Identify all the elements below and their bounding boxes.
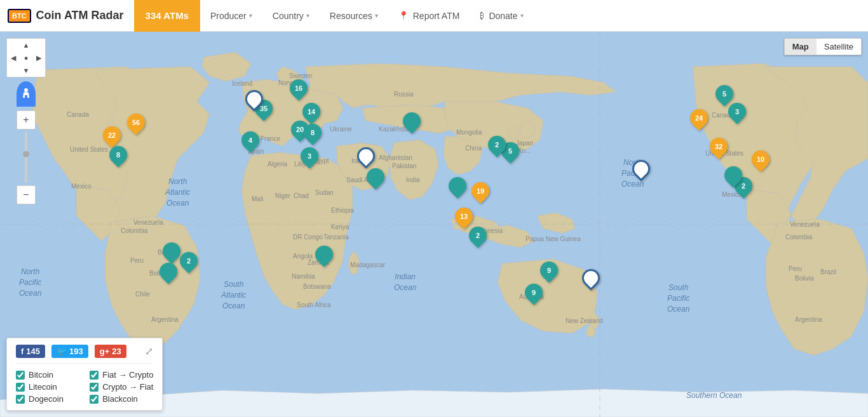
- atm-marker-cambodia[interactable]: 19: [471, 182, 489, 200]
- expand-btn[interactable]: ⤢: [145, 345, 153, 357]
- facebook-btn[interactable]: f 145: [16, 345, 45, 358]
- atm-marker-china1[interactable]: 2: [488, 136, 506, 154]
- atm-marker-thailand[interactable]: [449, 177, 466, 195]
- atm-count-badge[interactable]: 334 ATMs: [134, 0, 200, 32]
- nav-resources[interactable]: Resources ▾: [320, 0, 388, 31]
- atm-marker-germany[interactable]: 14: [302, 103, 320, 121]
- nav-producer[interactable]: Producer ▾: [200, 0, 262, 31]
- legend-checkbox-bitcoin[interactable]: [16, 371, 25, 380]
- logo-area: BTC Coin ATM Radar: [0, 9, 132, 23]
- atm-marker-canada1[interactable]: 5: [715, 85, 733, 103]
- atm-marker-indonesia[interactable]: 2: [469, 227, 487, 244]
- donate-caret: ▾: [520, 12, 524, 19]
- legend-item-fiat-crypto: Fiat → Crypto: [90, 370, 153, 380]
- zoom-in-btn[interactable]: +: [17, 110, 36, 129]
- country-caret: ▾: [306, 12, 309, 19]
- atm-marker-brazil1[interactable]: [163, 242, 180, 260]
- map-controls: ▲ ◀ ● ▶ ▼ + −: [6, 38, 46, 204]
- resources-caret: ▾: [375, 12, 378, 19]
- blank1: [7, 39, 20, 51]
- atm-marker-newzealand[interactable]: [582, 269, 600, 287]
- blank2: [32, 39, 45, 51]
- map-container[interactable]: NorthAtlanticOcean SouthAtlanticOcean In…: [0, 32, 868, 417]
- atm-marker-australia1[interactable]: 9: [540, 261, 558, 279]
- pegman-btn[interactable]: [17, 81, 36, 107]
- pan-right-btn[interactable]: ▶: [32, 51, 45, 64]
- atm-marker-usa_ne[interactable]: 10: [752, 150, 770, 168]
- legend-label-fiat-crypto: Fiat → Crypto: [102, 370, 153, 380]
- atm-marker-usa_se[interactable]: 8: [109, 146, 127, 164]
- atm-marker-ireland[interactable]: [245, 90, 263, 108]
- social-bar: f 145 🐦 193 g+ 23 ⤢: [16, 345, 153, 364]
- blank4: [32, 64, 45, 77]
- legend-checkbox-litecoin[interactable]: [16, 383, 25, 392]
- legend-label-bitcoin: Bitcoin: [29, 370, 53, 380]
- map-type-toggle: Map Satellite: [784, 38, 862, 55]
- legend-item-bitcoin: Bitcoin: [16, 370, 79, 380]
- pan-up-btn[interactable]: ▲: [20, 39, 32, 51]
- atm-marker-canada3[interactable]: 24: [690, 109, 708, 127]
- facebook-icon: f: [21, 347, 24, 356]
- atm-marker-malaysia[interactable]: 13: [455, 208, 473, 225]
- main-nav: Producer ▾ Country ▾ Resources ▾ 📍 Repor…: [200, 0, 868, 31]
- atm-marker-spain[interactable]: 4: [241, 131, 259, 149]
- atm-marker-argentina[interactable]: [159, 263, 177, 281]
- producer-caret: ▾: [249, 12, 252, 19]
- googleplus-btn[interactable]: g+ 23: [95, 345, 126, 358]
- logo-badge: BTC: [8, 9, 31, 23]
- atm-marker-brazil2[interactable]: 2: [180, 252, 198, 270]
- googleplus-count: 23: [112, 347, 121, 356]
- atm-marker-mexico[interactable]: [724, 166, 742, 184]
- atm-marker-uae[interactable]: [367, 168, 384, 186]
- atm-marker-africa1[interactable]: [315, 246, 333, 263]
- site-title: Coin ATM Radar: [36, 9, 124, 22]
- atm-marker-usa_ca[interactable]: 56: [127, 114, 145, 131]
- zoom-handle: [23, 151, 29, 157]
- nav-donate[interactable]: ₿ Donate ▾: [470, 0, 533, 31]
- pan-controls[interactable]: ▲ ◀ ● ▶ ▼: [6, 38, 46, 77]
- atm-marker-usa_w[interactable]: 32: [710, 138, 728, 156]
- location-icon: 📍: [398, 11, 409, 20]
- atm-marker-germany3[interactable]: 8: [304, 124, 322, 142]
- nav-report-atm[interactable]: 📍 Report ATM: [388, 0, 470, 31]
- legend-label-blackcoin: Blackcoin: [102, 394, 138, 404]
- atm-marker-turkey[interactable]: [357, 147, 375, 165]
- legend-checkbox-blackcoin[interactable]: [90, 395, 98, 404]
- legend-item-blackcoin: Blackcoin: [90, 394, 153, 404]
- twitter-icon: 🐦: [57, 347, 67, 356]
- pan-center-btn[interactable]: ●: [20, 51, 32, 64]
- atm-marker-pacific1[interactable]: [632, 160, 650, 178]
- twitter-btn[interactable]: 🐦 193: [51, 345, 88, 358]
- legend-item-dogecoin: Dogecoin: [16, 394, 79, 404]
- svg-point-3: [24, 88, 28, 92]
- atm-marker-canada2[interactable]: 3: [728, 103, 746, 121]
- pan-left-btn[interactable]: ◀: [7, 51, 20, 64]
- legend: BitcoinFiat → CryptoLitecoinCrypto → Fia…: [16, 370, 153, 404]
- map-type-map-btn[interactable]: Map: [785, 39, 817, 55]
- info-panel: f 145 🐦 193 g+ 23 ⤢ BitcoinFiat → Crypto…: [6, 338, 163, 411]
- atm-marker-india[interactable]: [403, 112, 421, 130]
- facebook-count: 145: [26, 347, 40, 356]
- legend-label-dogecoin: Dogecoin: [29, 394, 64, 404]
- zoom-out-btn[interactable]: −: [17, 185, 36, 204]
- atm-marker-italy[interactable]: 3: [301, 147, 318, 165]
- legend-label-crypto-fiat: Crypto → Fiat: [102, 382, 153, 392]
- atm-marker-usa_mw[interactable]: 22: [103, 126, 121, 144]
- pan-down-btn[interactable]: ▼: [20, 64, 32, 77]
- map-type-satellite-btn[interactable]: Satellite: [817, 39, 861, 55]
- twitter-count: 193: [69, 347, 83, 356]
- zoom-slider[interactable]: [25, 132, 27, 183]
- legend-checkbox-crypto-fiat[interactable]: [90, 383, 98, 392]
- legend-checkbox-dogecoin[interactable]: [16, 395, 25, 404]
- legend-item-crypto-fiat: Crypto → Fiat: [90, 382, 153, 392]
- atm-marker-scandinavia1[interactable]: 16: [290, 79, 308, 97]
- googleplus-icon: g+: [100, 347, 110, 356]
- legend-item-litecoin: Litecoin: [16, 382, 79, 392]
- header: BTC Coin ATM Radar 334 ATMs Producer ▾ C…: [0, 0, 868, 32]
- legend-checkbox-fiat-crypto[interactable]: [90, 371, 98, 380]
- bitcoin-icon: ₿: [480, 11, 484, 20]
- atm-marker-australia2[interactable]: 9: [525, 284, 543, 301]
- blank3: [7, 64, 20, 77]
- legend-label-litecoin: Litecoin: [29, 382, 57, 392]
- nav-country[interactable]: Country ▾: [262, 0, 320, 31]
